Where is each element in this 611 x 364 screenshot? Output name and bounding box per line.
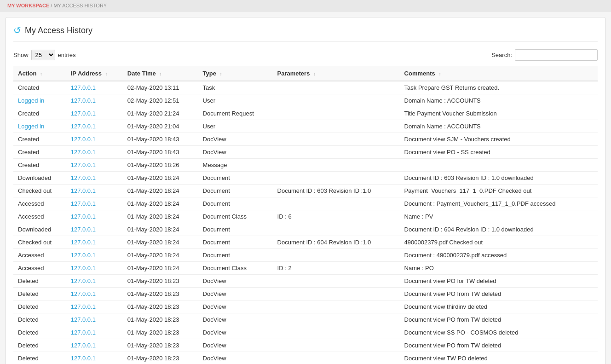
ip-link[interactable]: 127.0.0.1 [71, 265, 96, 272]
search-box: Search: [491, 49, 598, 61]
col-datetime[interactable]: Date Time ↕ [123, 66, 198, 81]
col-type[interactable]: Type ↕ [198, 66, 273, 81]
table-row: Accessed127.0.0.101-May-2020 18:24Docume… [13, 249, 598, 262]
cell-ip: 127.0.0.1 [66, 172, 123, 185]
cell-comments: Name : PV [400, 210, 598, 223]
table-row: Deleted127.0.0.101-May-2020 18:23DocView… [13, 313, 598, 326]
show-entries: Show 25 10 50 100 entries [13, 50, 76, 60]
ip-link[interactable]: 127.0.0.1 [71, 355, 96, 362]
col-ip[interactable]: IP Address ↕ [66, 66, 123, 81]
cell-action: Deleted [13, 300, 66, 313]
cell-type: Document [198, 236, 273, 249]
table-row: Downloaded127.0.0.101-May-2020 18:24Docu… [13, 172, 598, 185]
cell-ip: 127.0.0.1 [66, 288, 123, 300]
cell-ip: 127.0.0.1 [66, 352, 123, 364]
col-action[interactable]: Action ↕ [13, 66, 66, 81]
cell-type: User [198, 94, 273, 107]
cell-type: Document [198, 249, 273, 262]
cell-comments: Document view PO - SS created [400, 146, 598, 159]
table-body: Created127.0.0.102-May-2020 13:11TaskTas… [13, 81, 598, 364]
table-row: Deleted127.0.0.101-May-2020 18:23DocView… [13, 339, 598, 352]
ip-link[interactable]: 127.0.0.1 [71, 329, 96, 336]
access-history-table: Action ↕ IP Address ↕ Date Time ↕ Type ↕… [13, 66, 598, 364]
table-row: Checked out127.0.0.101-May-2020 18:24Doc… [13, 236, 598, 249]
cell-comments: Document : Payment_Vouchers_117_1_0.PDF … [400, 197, 598, 210]
table-header: Action ↕ IP Address ↕ Date Time ↕ Type ↕… [13, 66, 598, 81]
breadcrumb-workspace[interactable]: MY WORKSPACE [7, 3, 49, 8]
ip-link[interactable]: 127.0.0.1 [71, 342, 96, 349]
table-row: Created127.0.0.102-May-2020 13:11TaskTas… [13, 81, 598, 94]
cell-ip: 127.0.0.1 [66, 339, 123, 352]
search-label: Search: [491, 52, 512, 58]
ip-link[interactable]: 127.0.0.1 [71, 290, 96, 297]
cell-action: Created [13, 107, 66, 120]
cell-parameters [273, 249, 400, 262]
cell-parameters: ID : 2 [273, 262, 400, 275]
cell-type: Document [198, 172, 273, 185]
cell-type: DocView [198, 275, 273, 288]
cell-datetime: 01-May-2020 18:23 [123, 300, 198, 313]
ip-link[interactable]: 127.0.0.1 [71, 252, 96, 259]
cell-action: Accessed [13, 262, 66, 275]
cell-action: Created [13, 133, 66, 146]
cell-action: Deleted [13, 339, 66, 352]
cell-datetime: 01-May-2020 18:24 [123, 185, 198, 197]
ip-link[interactable]: 127.0.0.1 [71, 303, 96, 310]
col-parameters[interactable]: Parameters ↕ [273, 66, 400, 81]
cell-type: Message [198, 159, 273, 172]
cell-type: Document Class [198, 262, 273, 275]
ip-link[interactable]: 127.0.0.1 [71, 84, 96, 91]
ip-link[interactable]: 127.0.0.1 [71, 200, 96, 207]
ip-link[interactable]: 127.0.0.1 [71, 226, 96, 233]
cell-parameters [273, 159, 400, 172]
ip-link[interactable]: 127.0.0.1 [71, 123, 96, 130]
page-title-bar: ↺ My Access History [13, 25, 598, 42]
cell-datetime: 02-May-2020 12:51 [123, 94, 198, 107]
cell-parameters [273, 172, 400, 185]
ip-link[interactable]: 127.0.0.1 [71, 277, 96, 284]
cell-parameters [273, 120, 400, 133]
ip-link[interactable]: 127.0.0.1 [71, 174, 96, 181]
ip-link[interactable]: 127.0.0.1 [71, 162, 96, 168]
ip-link[interactable]: 127.0.0.1 [71, 97, 96, 104]
ip-link[interactable]: 127.0.0.1 [71, 149, 96, 156]
cell-comments: Document ID : 603 Revision ID : 1.0 down… [400, 172, 598, 185]
ip-link[interactable]: 127.0.0.1 [71, 187, 96, 194]
cell-type: DocView [198, 313, 273, 326]
cell-type: Task [198, 81, 273, 94]
ip-link[interactable]: 127.0.0.1 [71, 213, 96, 220]
cell-action: Deleted [13, 352, 66, 364]
cell-parameters [273, 275, 400, 288]
cell-comments: Payment_Vouchers_117_1_0.PDF Checked out [400, 185, 598, 197]
ip-link[interactable]: 127.0.0.1 [71, 239, 96, 246]
ip-link[interactable]: 127.0.0.1 [71, 110, 96, 117]
cell-datetime: 01-May-2020 18:24 [123, 210, 198, 223]
cell-type: DocView [198, 146, 273, 159]
cell-parameters [273, 352, 400, 364]
cell-action: Downloaded [13, 223, 66, 236]
ip-link[interactable]: 127.0.0.1 [71, 316, 96, 323]
cell-parameters [273, 81, 400, 94]
cell-datetime: 01-May-2020 18:24 [123, 262, 198, 275]
table-row: Logged in127.0.0.101-May-2020 21:04UserD… [13, 120, 598, 133]
cell-action: Accessed [13, 210, 66, 223]
cell-action: Logged in [13, 94, 66, 107]
main-container: ↺ My Access History Show 25 10 50 100 en… [6, 17, 605, 364]
cell-datetime: 01-May-2020 18:23 [123, 288, 198, 300]
cell-type: Document Class [198, 210, 273, 223]
cell-type: DocView [198, 352, 273, 364]
entries-select[interactable]: 25 10 50 100 [31, 50, 55, 60]
ip-link[interactable]: 127.0.0.1 [71, 136, 96, 143]
table-row: Deleted127.0.0.101-May-2020 18:23DocView… [13, 326, 598, 339]
action-link[interactable]: Logged in [18, 97, 44, 104]
cell-parameters [273, 339, 400, 352]
cell-datetime: 01-May-2020 18:43 [123, 146, 198, 159]
col-comments[interactable]: Comments ↕ [400, 66, 598, 81]
cell-ip: 127.0.0.1 [66, 120, 123, 133]
cell-ip: 127.0.0.1 [66, 133, 123, 146]
cell-datetime: 01-May-2020 18:23 [123, 275, 198, 288]
action-link[interactable]: Logged in [18, 123, 44, 130]
search-input[interactable] [515, 49, 598, 61]
cell-comments: Document view TW PO deleted [400, 352, 598, 364]
cell-datetime: 01-May-2020 18:23 [123, 313, 198, 326]
